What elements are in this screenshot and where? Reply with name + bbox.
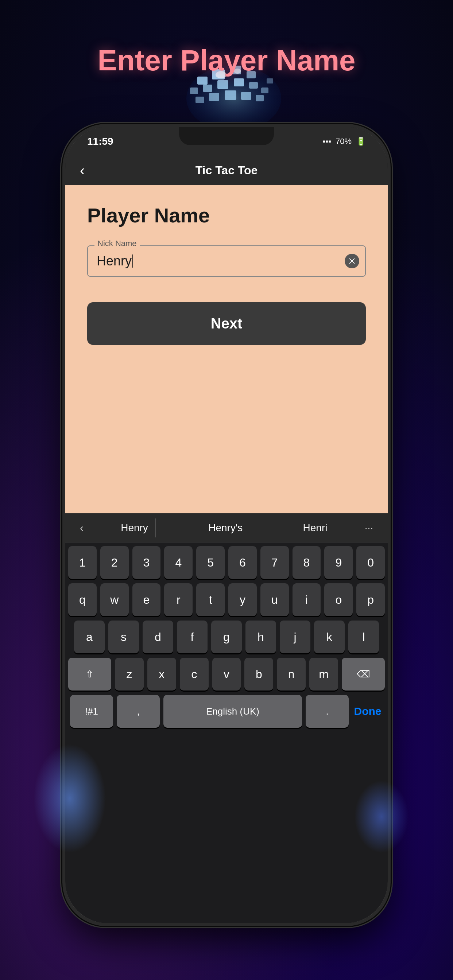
key-a[interactable]: a	[74, 620, 105, 653]
key-row-bottom: !#1 , English (UK) . Done	[68, 695, 385, 728]
key-period[interactable]: .	[306, 695, 349, 728]
key-done[interactable]: Done	[353, 695, 383, 728]
input-wrapper: Nick Name Henry	[87, 245, 366, 277]
svg-rect-10	[261, 88, 268, 93]
phone-frame: 11:59 ▪▪▪ 70% 🔋 ‹ Tic Tac Toe Player Nam…	[62, 124, 391, 926]
key-v[interactable]: v	[212, 658, 241, 690]
svg-rect-16	[266, 78, 273, 83]
glow-right	[354, 780, 409, 853]
glow-left	[33, 744, 106, 853]
key-space[interactable]: English (UK)	[163, 695, 302, 728]
key-z[interactable]: z	[115, 658, 144, 690]
key-r[interactable]: r	[164, 583, 193, 616]
keyboard: 1 2 3 4 5 6 7 8 9 0 q w	[65, 542, 388, 736]
page-title: Enter Player Name	[97, 44, 355, 77]
key-0[interactable]: 0	[356, 546, 385, 579]
key-p[interactable]: p	[356, 583, 385, 616]
key-row-qwerty: q w e r t y u i o p	[68, 583, 385, 616]
autocomplete-suggestion-3[interactable]: Henri	[296, 519, 335, 538]
app-content: Player Name Nick Name Henry Next	[65, 185, 388, 513]
svg-rect-11	[196, 97, 204, 103]
key-1[interactable]: 1	[68, 546, 97, 579]
svg-rect-12	[209, 93, 219, 101]
svg-rect-13	[225, 91, 236, 100]
notch	[179, 127, 274, 145]
key-9[interactable]: 9	[324, 546, 353, 579]
nav-bar: ‹ Tic Tac Toe	[65, 156, 388, 185]
key-i[interactable]: i	[292, 583, 321, 616]
key-3[interactable]: 3	[132, 546, 161, 579]
autocomplete-suggestion-2[interactable]: Henry's	[201, 519, 250, 538]
key-d[interactable]: d	[143, 620, 173, 653]
key-l[interactable]: l	[348, 620, 379, 653]
battery-level: 70%	[335, 137, 352, 146]
key-delete[interactable]: ⌫	[342, 658, 385, 690]
key-symbols[interactable]: !#1	[70, 695, 113, 728]
input-value-text: Henry	[97, 253, 132, 269]
signal-icon: ▪▪▪	[323, 137, 331, 146]
svg-rect-1	[197, 76, 207, 84]
key-7[interactable]: 7	[260, 546, 289, 579]
svg-rect-5	[190, 88, 198, 94]
next-button[interactable]: Next	[87, 302, 366, 345]
autocomplete-more-icon[interactable]: ···	[357, 522, 380, 534]
svg-rect-9	[249, 82, 258, 89]
key-e[interactable]: e	[132, 583, 161, 616]
key-f[interactable]: f	[177, 620, 207, 653]
key-row-asdf: a s d f g h j k l	[68, 620, 385, 653]
key-6[interactable]: 6	[228, 546, 257, 579]
svg-rect-7	[217, 80, 228, 89]
key-c[interactable]: c	[180, 658, 209, 690]
key-x[interactable]: x	[147, 658, 176, 690]
input-clear-button[interactable]	[345, 254, 359, 268]
key-5[interactable]: 5	[196, 546, 225, 579]
nick-name-input[interactable]: Henry	[97, 253, 336, 269]
key-n[interactable]: n	[277, 658, 306, 690]
key-k[interactable]: k	[314, 620, 345, 653]
battery-icon: 🔋	[356, 137, 366, 146]
nav-title: Tic Tac Toe	[196, 164, 258, 177]
key-row-zxcv: ⇧ z x c v b n m ⌫	[68, 658, 385, 690]
status-bar: 11:59 ▪▪▪ 70% 🔋	[65, 127, 388, 156]
key-o[interactable]: o	[324, 583, 353, 616]
key-comma[interactable]: ,	[117, 695, 160, 728]
key-row-numbers: 1 2 3 4 5 6 7 8 9 0	[68, 546, 385, 579]
key-u[interactable]: u	[260, 583, 289, 616]
key-g[interactable]: g	[211, 620, 242, 653]
key-shift[interactable]: ⇧	[68, 658, 111, 690]
key-2[interactable]: 2	[100, 546, 129, 579]
keyboard-area: ‹ Henry Henry's Henri ··· 1 2 3 4	[65, 513, 388, 736]
svg-rect-15	[256, 95, 264, 101]
key-w[interactable]: w	[100, 583, 129, 616]
key-s[interactable]: s	[108, 620, 139, 653]
key-t[interactable]: t	[196, 583, 225, 616]
status-icons: ▪▪▪ 70% 🔋	[323, 137, 366, 146]
key-y[interactable]: y	[228, 583, 257, 616]
svg-rect-14	[241, 92, 251, 100]
key-m[interactable]: m	[309, 658, 338, 690]
input-float-label: Nick Name	[94, 239, 140, 248]
input-field-container[interactable]: Nick Name Henry	[87, 245, 366, 277]
input-cursor	[132, 255, 133, 267]
key-8[interactable]: 8	[292, 546, 321, 579]
autocomplete-suggestion-1[interactable]: Henry	[113, 519, 156, 538]
svg-rect-8	[234, 78, 244, 86]
key-h[interactable]: h	[246, 620, 276, 653]
key-q[interactable]: q	[68, 583, 97, 616]
key-4[interactable]: 4	[164, 546, 193, 579]
svg-rect-6	[203, 84, 212, 92]
autocomplete-bar: ‹ Henry Henry's Henri ···	[65, 513, 388, 542]
status-time: 11:59	[87, 135, 113, 147]
key-b[interactable]: b	[244, 658, 273, 690]
nav-back-button[interactable]: ‹	[80, 162, 85, 179]
autocomplete-back-icon[interactable]: ‹	[73, 522, 91, 534]
player-name-heading: Player Name	[87, 204, 366, 227]
autocomplete-suggestions: Henry Henry's Henri	[91, 519, 357, 538]
key-j[interactable]: j	[280, 620, 310, 653]
